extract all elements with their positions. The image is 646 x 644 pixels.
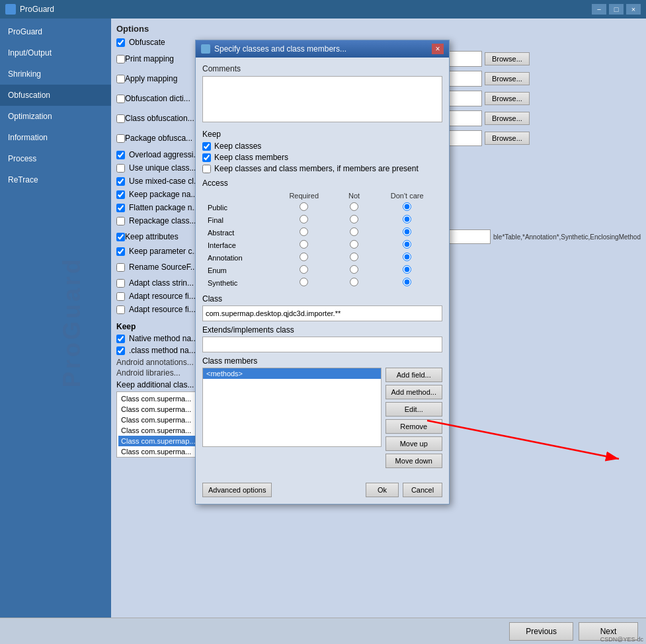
class-members-buttons: Add field... Add method... Edit... Remov…: [385, 368, 443, 468]
final-dontcare-radio[interactable]: [403, 215, 411, 223]
advanced-options-button[interactable]: Advanced options: [202, 483, 272, 497]
enum-dontcare-radio[interactable]: [403, 265, 411, 274]
table-row: Enum: [202, 264, 442, 276]
modal-title-text: Specify classes and class members...: [214, 44, 432, 54]
modal-keep-classes-and-members-label: Keep classes and class members, if membe…: [214, 164, 419, 173]
interface-dontcare-radio[interactable]: [403, 240, 411, 249]
access-col-not: Not: [337, 190, 372, 201]
access-section: Access Required Not Don't care Public: [202, 179, 442, 289]
access-row-enum-label: Enum: [202, 264, 272, 276]
extends-input[interactable]: [202, 337, 442, 352]
modal-title-icon: [201, 44, 210, 54]
modal-checkbox-keep-classes[interactable]: [202, 142, 211, 151]
class-input[interactable]: [202, 305, 442, 321]
modal-checkbox-keep-classes-and-members[interactable]: [202, 165, 211, 173]
move-up-member-button[interactable]: Move up: [385, 436, 443, 451]
table-row: Abstract: [202, 226, 442, 239]
access-row-interface-label: Interface: [202, 239, 272, 251]
interface-not-radio[interactable]: [350, 240, 358, 249]
modal-dialog: Specify classes and class members... × C…: [195, 40, 450, 504]
enum-required-radio[interactable]: [300, 265, 308, 274]
access-row-abstract-label: Abstract: [202, 226, 272, 239]
final-required-radio[interactable]: [300, 215, 308, 223]
synthetic-required-radio[interactable]: [300, 278, 308, 286]
table-row: Interface: [202, 239, 442, 251]
modal-title-bar: Specify classes and class members... ×: [196, 40, 449, 58]
final-not-radio[interactable]: [350, 215, 358, 223]
access-title: Access: [202, 179, 442, 188]
modal-keep-class-members-label: Keep class members: [214, 153, 288, 162]
table-row: Synthetic: [202, 276, 442, 289]
modal-keep-classes-and-members-row: Keep classes and class members, if membe…: [202, 164, 442, 173]
modal-body: Comments Keep Keep classes Keep class me…: [196, 58, 449, 479]
modal-checkbox-keep-class-members[interactable]: [202, 153, 211, 162]
ok-button[interactable]: Ok: [366, 483, 399, 497]
modal-footer-left: Advanced options: [202, 483, 272, 497]
access-row-synthetic-label: Synthetic: [202, 276, 272, 289]
add-field-button[interactable]: Add field...: [385, 368, 443, 382]
class-section-label: Class: [202, 294, 442, 303]
access-col-required: Required: [272, 190, 337, 201]
keep-group-label: Keep: [202, 130, 442, 139]
comments-label: Comments: [202, 64, 442, 73]
modal-close-button[interactable]: ×: [432, 44, 444, 54]
modal-keep-class-members-row: Keep class members: [202, 153, 442, 162]
abstract-required-radio[interactable]: [300, 227, 308, 236]
class-members-label: Class members: [202, 356, 442, 366]
annotation-not-radio[interactable]: [350, 253, 358, 261]
access-row-public-label: Public: [202, 201, 272, 214]
cancel-button[interactable]: Cancel: [403, 483, 442, 497]
modal-keep-classes-row: Keep classes: [202, 141, 442, 151]
access-row-annotation-label: Annotation: [202, 251, 272, 264]
comments-textarea[interactable]: [202, 76, 442, 122]
access-table: Required Not Don't care Public: [202, 190, 442, 289]
table-row: Public: [202, 201, 442, 214]
annotation-dontcare-radio[interactable]: [403, 253, 411, 261]
class-members-list: <methods>: [202, 368, 382, 447]
edit-member-button[interactable]: Edit...: [385, 402, 443, 417]
extends-label: Extends/implements class: [202, 325, 442, 335]
modal-keep-classes-label: Keep classes: [214, 141, 261, 151]
extends-section: Extends/implements class: [202, 325, 442, 352]
access-col-dontcare: Don't care: [372, 190, 442, 201]
public-dontcare-radio[interactable]: [403, 202, 411, 211]
class-members-row: <methods> Add field... Add method... Edi…: [202, 368, 442, 468]
move-down-member-button[interactable]: Move down: [385, 454, 443, 468]
modal-overlay: Specify classes and class members... × C…: [0, 0, 646, 644]
synthetic-not-radio[interactable]: [350, 278, 358, 286]
access-col-modifier: [202, 190, 272, 201]
abstract-not-radio[interactable]: [350, 227, 358, 236]
public-required-radio[interactable]: [300, 202, 308, 211]
modal-footer: Advanced options Ok Cancel: [196, 479, 449, 504]
abstract-dontcare-radio[interactable]: [403, 227, 411, 236]
svg-line-1: [427, 421, 619, 459]
table-row: Annotation: [202, 251, 442, 264]
public-not-radio[interactable]: [350, 202, 358, 211]
synthetic-dontcare-radio[interactable]: [403, 278, 411, 286]
enum-not-radio[interactable]: [350, 265, 358, 274]
class-member-methods[interactable]: <methods>: [203, 368, 381, 379]
class-section: Class: [202, 294, 442, 321]
annotation-arrow: [421, 414, 645, 467]
modal-footer-right: Ok Cancel: [366, 483, 442, 497]
class-members-section: Class members <methods> Add field... Add…: [202, 356, 442, 468]
annotation-required-radio[interactable]: [300, 253, 308, 261]
add-method-button[interactable]: Add method...: [385, 385, 443, 399]
interface-required-radio[interactable]: [300, 240, 308, 249]
table-row: Final: [202, 214, 442, 226]
access-row-final-label: Final: [202, 214, 272, 226]
remove-member-button[interactable]: Remove: [385, 419, 443, 434]
